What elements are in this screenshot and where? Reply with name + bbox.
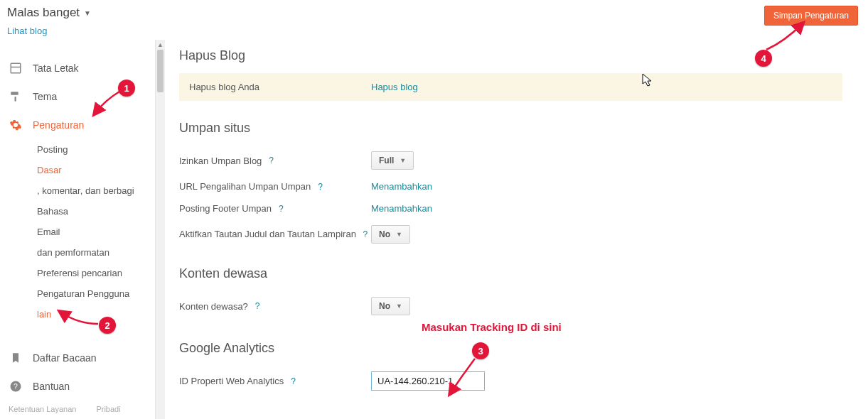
svg-text:?: ?: [14, 382, 18, 391]
help-icon[interactable]: ?: [318, 182, 323, 192]
annotation-tracking-text: Masukan Tracking ID di sini: [422, 321, 562, 333]
annotation-badge-3: 3: [472, 342, 489, 359]
feed-footer-label: Posting Footer Umpan: [179, 203, 272, 214]
paint-roller-icon: [9, 89, 23, 104]
sidebar-legal: Ketentuan Layanan Pribadi: [0, 401, 155, 419]
sidebar-item-reading-list[interactable]: Daftar Bacaan: [0, 344, 155, 372]
section-title-hapus: Hapus Blog: [179, 48, 842, 63]
sidebar-item-settings[interactable]: Pengaturan: [0, 111, 155, 139]
sidebar-item-label: Pengaturan: [33, 119, 84, 131]
delete-blog-row: Hapus blog Anda Hapus blog: [179, 73, 842, 101]
header-left: Malas banget ▼ Lihat blog: [7, 6, 91, 36]
scroll-up-icon: ▲: [156, 41, 165, 48]
help-icon[interactable]: ?: [279, 204, 284, 214]
subnav-dasar[interactable]: Dasar: [37, 160, 155, 180]
terms-link[interactable]: Ketentuan Layanan: [9, 405, 76, 413]
feed-redirect-add-link[interactable]: Menambahkan: [371, 181, 432, 192]
layout-icon: [9, 61, 23, 75]
row-feed-footer: Posting Footer Umpan ? Menambahkan: [179, 197, 842, 219]
save-settings-button[interactable]: Simpan Pengaturan: [764, 6, 858, 26]
analytics-id-label: ID Properti Web Analytics: [179, 376, 284, 386]
dropdown-value: No: [379, 301, 390, 311]
subnav-bahasa[interactable]: Bahasa: [37, 201, 155, 222]
allow-feed-label: Izinkan Umpan Blog: [179, 156, 262, 166]
subnav-komentar[interactable]: , komentar, dan berbagi: [37, 180, 155, 201]
chevron-down-icon: ▼: [84, 9, 91, 17]
feed-footer-add-link[interactable]: Menambahkan: [371, 203, 432, 214]
help-icon: ?: [9, 379, 23, 393]
sidebar-item-label: Daftar Bacaan: [33, 352, 97, 364]
svg-rect-0: [11, 63, 21, 73]
help-icon[interactable]: ?: [363, 229, 368, 239]
subnav-email[interactable]: Email: [37, 222, 155, 242]
settings-subnav: Posting Dasar , komentar, dan berbagi Ba…: [0, 139, 155, 325]
dropdown-value: Full: [379, 156, 394, 165]
delete-blog-link[interactable]: Hapus blog: [371, 82, 418, 92]
bookmark-icon: [9, 351, 23, 365]
adult-content-dropdown[interactable]: No ▼: [371, 297, 410, 315]
svg-rect-3: [15, 97, 16, 102]
row-adult-content: Konten dewasa? ? No ▼: [179, 291, 842, 321]
dropdown-value: No: [379, 229, 390, 239]
section-title-ga: Google Analytics: [179, 341, 842, 356]
section-title-dewasa: Konten dewasa: [179, 266, 842, 281]
help-icon[interactable]: ?: [269, 156, 274, 165]
header-bar: Malas banget ▼ Lihat blog Simpan Pengatu…: [0, 0, 868, 36]
privacy-link[interactable]: Pribadi: [96, 405, 120, 413]
annotation-badge-2: 2: [99, 317, 116, 334]
section-title-umpan: Umpan situs: [179, 121, 842, 136]
chevron-down-icon: ▼: [396, 303, 402, 310]
subnav-format[interactable]: dan pemformatan: [37, 242, 155, 263]
enable-links-dropdown[interactable]: No ▼: [371, 225, 410, 244]
subnav-posting[interactable]: Posting: [37, 139, 155, 160]
annotation-badge-4: 4: [755, 50, 772, 67]
analytics-id-input[interactable]: [371, 371, 485, 391]
subnav-lain[interactable]: lain: [37, 304, 155, 325]
feed-redirect-label: URL Pengalihan Umpan Umpan: [179, 181, 311, 192]
row-allow-feed: Izinkan Umpan Blog ? Full ▼: [179, 146, 842, 175]
body-wrap: Tata Letak Tema Pengaturan Posting Dasar…: [0, 40, 868, 419]
cursor-icon: [642, 73, 653, 87]
sidebar-item-label: Bantuan: [33, 381, 70, 392]
chevron-down-icon: ▼: [400, 157, 406, 164]
row-analytics-id: ID Properti Web Analytics ?: [179, 366, 842, 396]
enable-links-label: Aktifkan Tautan Judul dan Tautan Lampira…: [179, 229, 356, 239]
subnav-user-settings[interactable]: Pengaturan Pengguna: [37, 283, 155, 304]
chevron-down-icon: ▼: [396, 231, 402, 238]
svg-rect-2: [11, 92, 18, 95]
main-content: Hapus Blog Hapus blog Anda Hapus blog Um…: [165, 40, 868, 419]
sidebar-item-label: Tata Letak: [33, 62, 79, 74]
sidebar-item-help[interactable]: ? Bantuan: [0, 372, 155, 401]
annotation-badge-1: 1: [118, 80, 135, 97]
row-feed-redirect-url: URL Pengalihan Umpan Umpan ? Menambahkan: [179, 175, 842, 197]
view-blog-link[interactable]: Lihat blog: [7, 26, 91, 36]
scrollbar-thumb[interactable]: [157, 50, 164, 92]
subnav-search-pref[interactable]: Preferensi pencarian: [37, 263, 155, 283]
delete-blog-label: Hapus blog Anda: [189, 82, 371, 92]
blog-title-dropdown[interactable]: Malas banget ▼: [7, 6, 91, 20]
allow-feed-dropdown[interactable]: Full ▼: [371, 151, 414, 170]
blog-title: Malas banget: [7, 6, 80, 20]
adult-content-label: Konten dewasa?: [179, 301, 248, 312]
help-icon[interactable]: ?: [291, 376, 296, 386]
sidebar: Tata Letak Tema Pengaturan Posting Dasar…: [0, 40, 155, 419]
sidebar-item-layout[interactable]: Tata Letak: [0, 54, 155, 82]
gear-icon: [9, 118, 23, 132]
sidebar-item-label: Tema: [33, 91, 57, 102]
sidebar-scrollbar[interactable]: ▲: [155, 40, 165, 419]
row-enable-title-links: Aktifkan Tautan Judul dan Tautan Lampira…: [179, 219, 842, 249]
help-icon[interactable]: ?: [255, 301, 260, 311]
